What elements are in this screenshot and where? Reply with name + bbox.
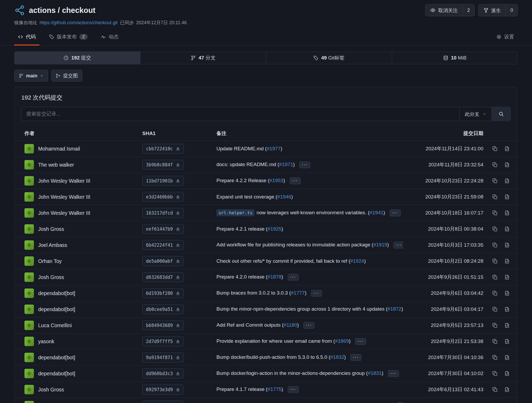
avatar[interactable] <box>24 353 34 362</box>
expand-commit-button[interactable]: ··· <box>290 177 301 184</box>
commit-sha-badge[interactable]: e3d2460bbb <box>142 192 184 202</box>
commit-author-name[interactable]: dependabot[bot] <box>38 355 75 361</box>
commit-sha-badge[interactable]: cbb722410c <box>142 144 184 154</box>
copy-sha-icon[interactable] <box>492 275 498 280</box>
commit-author-name[interactable]: Orhan Toy <box>38 258 62 264</box>
commit-author-name[interactable]: Josh Gross <box>38 226 64 232</box>
expand-commit-button[interactable]: ··· <box>299 161 310 168</box>
copy-sha-icon[interactable] <box>492 323 498 328</box>
mirror-url-link[interactable]: https://github.com/actions/checkout.git <box>40 20 118 26</box>
avatar[interactable] <box>24 192 34 202</box>
avatar[interactable] <box>24 401 34 403</box>
copy-sha-icon[interactable] <box>492 355 498 360</box>
avatar[interactable] <box>24 305 34 314</box>
copy-sha-icon[interactable] <box>492 242 498 248</box>
commit-sha-badge[interactable]: 6d193bf280 <box>142 288 184 298</box>
stat-size[interactable]: 10 MiB <box>392 52 518 64</box>
expand-commit-button[interactable]: ··· <box>388 370 399 377</box>
commit-sha-badge[interactable]: 2d7d9f7ff5 <box>142 336 184 346</box>
pr-link[interactable]: #1878 <box>267 274 281 280</box>
pr-link[interactable]: #1946 <box>277 194 291 200</box>
avatar[interactable] <box>24 176 34 186</box>
commit-sha-badge[interactable]: 11bd71901b <box>142 176 184 186</box>
commit-sha-badge[interactable]: 6b42224f41 <box>142 240 184 250</box>
expand-commit-button[interactable]: ··· <box>288 274 299 281</box>
copy-sha-icon[interactable] <box>492 226 498 232</box>
expand-commit-button[interactable]: ··· <box>390 210 401 216</box>
commit-author-name[interactable]: John Wesley Walker III <box>38 210 90 216</box>
tab-releases[interactable]: 版本发布 2 <box>45 29 91 46</box>
commit-sha-badge[interactable]: d632683dd7 <box>142 272 184 282</box>
commit-author-name[interactable]: yasonk <box>38 339 54 345</box>
browse-source-icon[interactable] <box>504 162 510 167</box>
commit-sha-badge[interactable]: 692973e3d9 <box>142 385 184 395</box>
expand-commit-button[interactable]: ··· <box>303 322 315 329</box>
pr-link[interactable]: #1941 <box>369 210 383 215</box>
avatar[interactable] <box>24 256 34 266</box>
avatar[interactable] <box>24 272 34 282</box>
expand-commit-button[interactable]: ··· <box>311 290 322 297</box>
browse-source-icon[interactable] <box>504 194 510 200</box>
browse-source-icon[interactable] <box>504 210 510 216</box>
search-button[interactable] <box>492 107 510 121</box>
browse-source-icon[interactable] <box>504 226 510 232</box>
unwatch-button[interactable]: 取消关注 2 <box>425 4 474 16</box>
expand-commit-button[interactable]: ··· <box>288 386 299 393</box>
browse-source-icon[interactable] <box>504 355 510 360</box>
branch-filter-dropdown[interactable]: 此分支 <box>459 107 492 121</box>
watchers-count[interactable]: 2 <box>462 4 474 16</box>
copy-sha-icon[interactable] <box>492 146 498 151</box>
commit-sha-badge[interactable]: dd960bd3c3 <box>142 369 184 379</box>
pr-link[interactable]: #1832 <box>330 354 344 360</box>
avatar[interactable] <box>24 160 34 170</box>
avatar[interactable] <box>24 144 34 153</box>
pr-link[interactable]: #1180 <box>284 322 297 328</box>
commit-author-name[interactable]: dependabot[bot] <box>38 306 75 312</box>
commit-author-name[interactable]: Joel Ambass <box>38 242 67 248</box>
tab-code[interactable]: 代码 <box>14 29 39 46</box>
commit-sha-badge[interactable]: db0cee9a51 <box>142 304 184 314</box>
pr-link[interactable]: #1872 <box>388 306 402 312</box>
commit-sha-badge[interactable]: 163217dfcd <box>142 208 184 218</box>
avatar[interactable] <box>24 224 34 234</box>
pr-link[interactable]: #1977 <box>267 146 281 151</box>
browse-source-icon[interactable] <box>504 242 510 248</box>
expand-commit-button[interactable]: ··· <box>393 242 403 248</box>
browse-source-icon[interactable] <box>504 339 510 344</box>
copy-sha-icon[interactable] <box>492 339 498 344</box>
copy-sha-icon[interactable] <box>492 162 498 167</box>
browse-source-icon[interactable] <box>504 323 510 328</box>
browse-source-icon[interactable] <box>504 371 510 376</box>
copy-sha-icon[interactable] <box>492 258 498 264</box>
commit-graph-button[interactable]: 提交图 <box>51 70 82 82</box>
stat-tags[interactable]: 49 Git标签 <box>266 52 392 64</box>
pr-link[interactable]: #1775 <box>267 386 281 392</box>
avatar[interactable] <box>24 240 34 250</box>
browse-source-icon[interactable] <box>504 307 510 312</box>
avatar[interactable] <box>24 208 34 218</box>
expand-commit-button[interactable]: ··· <box>355 338 366 345</box>
browse-source-icon[interactable] <box>504 387 510 392</box>
browse-source-icon[interactable] <box>504 258 510 264</box>
pr-link[interactable]: #1925 <box>267 226 281 232</box>
browse-source-icon[interactable] <box>504 146 510 151</box>
commit-author-name[interactable]: Luca Comellini <box>38 322 72 329</box>
copy-sha-icon[interactable] <box>492 291 498 296</box>
copy-sha-icon[interactable] <box>492 178 498 183</box>
commit-author-name[interactable]: Josh Gross <box>38 274 64 280</box>
expand-commit-button[interactable]: ··· <box>350 354 361 361</box>
avatar[interactable] <box>24 337 34 346</box>
copy-sha-icon[interactable] <box>492 210 498 216</box>
forks-count[interactable]: 0 <box>506 4 518 16</box>
pr-link[interactable]: #1919 <box>373 242 387 247</box>
browse-source-icon[interactable] <box>504 291 510 296</box>
copy-sha-icon[interactable] <box>492 387 498 392</box>
copy-sha-icon[interactable] <box>492 307 498 312</box>
browse-source-icon[interactable] <box>504 275 510 280</box>
commit-author-name[interactable]: John Wesley Walker III <box>38 194 90 200</box>
commit-author-name[interactable]: The web walker <box>38 162 74 168</box>
commit-author-name[interactable]: Mohammad Ismail <box>38 146 80 152</box>
pr-link[interactable]: #1869 <box>335 338 349 344</box>
pr-link[interactable]: #1971 <box>279 162 293 167</box>
avatar[interactable] <box>24 288 34 298</box>
